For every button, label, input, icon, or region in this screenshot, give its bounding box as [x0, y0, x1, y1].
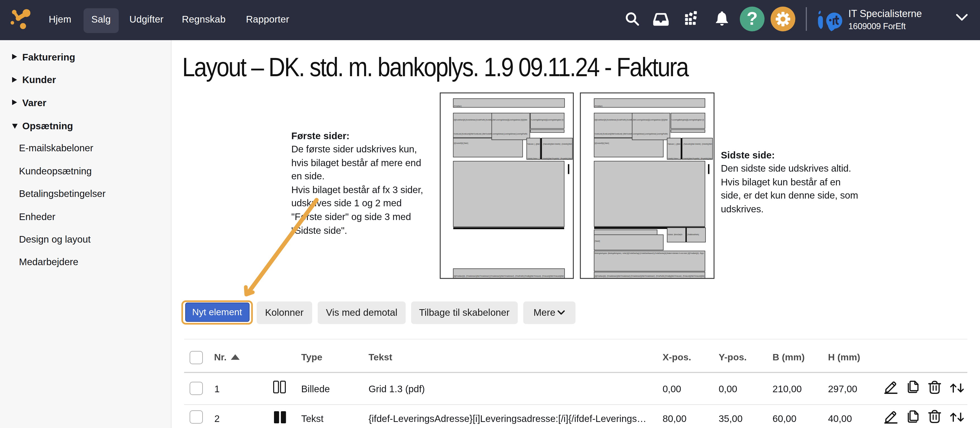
svg-text:OrdreNr}{ifdef-ProjektNr} : {P: OrdreNr}{ifdef-ProjektNr} : {ProjektNr}{…	[682, 157, 712, 160]
svg-text:[b]Overskrift[/b] [Tekst1]: [b]Overskrift[/b] [Tekst1]	[595, 142, 609, 144]
svg-text:KundeLand} {KundeLand}{/ifdef-: KundeLand} {KundeLand}{/ifdef-KundeLand}…	[454, 133, 493, 135]
svg-text:OrdreNr}-Ordrenr. [...]: OrdreNr}-Ordrenr. [...]	[527, 157, 540, 160]
svg-text:LeveringsAdresse} {LeveringsAd: LeveringsAdresse} {LeveringsAdresse} {Le…	[633, 133, 668, 135]
svg-text:OrdreNr}{ifdef-ProjektNr} : {P: OrdreNr}{ifdef-ProjektNr} : {ProjektNr}{…	[542, 157, 572, 160]
svg-text:Betalingsbetingelser: {Betalin: Betalingsbetingelser: {BetalingsBetingel…	[595, 252, 704, 254]
svg-text:{FirmaNavn}: {FirmaNavn}	[454, 105, 462, 107]
svg-text:{ifdef-LeveringsAdresse}[i]Lev: {ifdef-LeveringsAdresse}[i]Leveringsadre…	[493, 118, 528, 121]
svg-text:OrdreNr}-Ordrenr. [...]: OrdreNr}-Ordrenr. [...]	[668, 157, 681, 160]
svg-text:{FirmaNavn}: {FirmaNavn}	[595, 105, 602, 107]
svg-text:[b]{KundeNavn}[/b] {KundeAdres: [b]{KundeNavn}[/b] {KundeAdresse} {Kunde…	[454, 118, 493, 121]
svg-text:Fakturanr. [...]{ifdef-: Fakturanr. [...]{ifdef-	[668, 143, 681, 145]
svg-text:{TotalBeloebNetto}: {TotalBeloebNetto}	[687, 233, 699, 236]
svg-text:Subtotal : {MomsSats}%: Subtotal : {MomsSats}%	[668, 233, 682, 236]
svg-text:f-LeveringsBetingelse}[i]Lever: f-LeveringsBetingelse}[i]Leveringsbeting…	[531, 118, 563, 121]
svg-text:[b]{FirmaNavn}[/b] - {FirmaAdr: [b]{FirmaNavn}[/b] - {FirmaAdresse1}{ifd…	[454, 275, 564, 277]
svg-text:[b]{FirmaNavn}[/b] - {FirmaAdr: [b]{FirmaNavn}[/b] - {FirmaAdresse1}{ifd…	[595, 275, 705, 277]
svg-text:[b]Overskrift[/b] [Tekst1]: [b]Overskrift[/b] [Tekst1]	[454, 142, 468, 144]
svg-text:Fakturanr. [...]{ifdef-: Fakturanr. [...]{ifdef-	[527, 143, 540, 145]
svg-text:- {FakturaNr}{ifdef-OrdreNr} :: - {FakturaNr}{ifdef-OrdreNr} : {OrdreNr}…	[682, 143, 712, 145]
svg-text:[b]{KundeNavn}[/b] {KundeAdres: [b]{KundeNavn}[/b] {KundeAdresse} {Kunde…	[595, 118, 634, 121]
svg-text:- {FakturaNr}{ifdef-OrdreNr} :: - {FakturaNr}{ifdef-OrdreNr} : {OrdreNr}…	[542, 143, 572, 145]
svg-text:LeveringsAdresse} {LeveringsAd: LeveringsAdresse} {LeveringsAdresse} {Le…	[493, 133, 527, 135]
svg-text:f-LeveringsBetingelse}[i]Lever: f-LeveringsBetingelse}[i]Leveringsbeting…	[671, 118, 704, 121]
svg-text:{ifdef-LeveringsAdresse}[i]Lev: {ifdef-LeveringsAdresse}[i]Leveringsadre…	[633, 118, 668, 121]
svg-text:[Tekst2]: [Tekst2]	[595, 240, 600, 242]
svg-text:KundeLand} {KundeLand}{/ifdef-: KundeLand} {KundeLand}{/ifdef-KundeLand}…	[595, 133, 634, 135]
